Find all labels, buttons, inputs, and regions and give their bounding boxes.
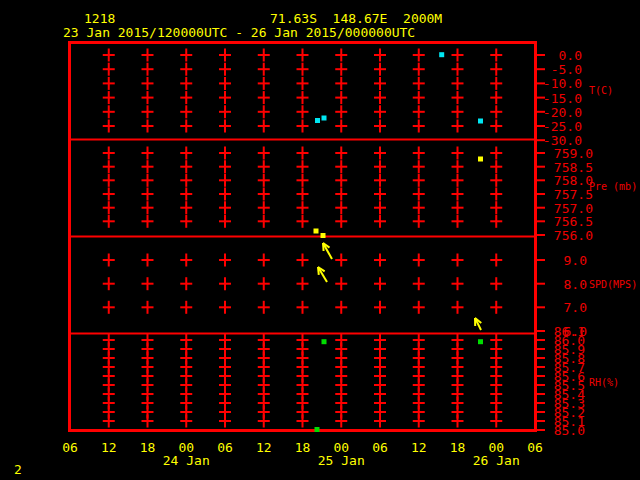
x-tick-label: 18 — [450, 441, 466, 454]
temperature-tick-label: -15.0 — [543, 91, 582, 104]
pressure-tick-label: 756.0 — [554, 229, 593, 242]
pressure-point — [321, 233, 326, 238]
wind-speed-tick-label: 8.0 — [564, 277, 587, 290]
x-tick-label: 18 — [295, 441, 311, 454]
wind-speed-tick-label: 9.0 — [564, 254, 587, 267]
temperature-point — [478, 119, 483, 124]
meteogram-page: { "header": { "station_id": "1218", "loc… — [0, 0, 640, 480]
relative-humidity-point — [478, 339, 483, 344]
pressure-tick-label: 759.0 — [554, 147, 593, 160]
pressure-tick-label: 757.0 — [554, 201, 593, 214]
date-label: 24 Jan — [163, 454, 210, 467]
pressure-tick-label: 756.5 — [554, 215, 593, 228]
temperature-tick-label: -5.0 — [551, 63, 582, 76]
wind-speed-tick-label: 7.0 — [564, 301, 587, 314]
x-tick-label: 12 — [101, 441, 117, 454]
date-label: 26 Jan — [473, 454, 520, 467]
temperature-tick-label: -10.0 — [543, 77, 582, 90]
temperature-point — [439, 52, 444, 57]
pressure-tick-label: 758.5 — [554, 160, 593, 173]
wind-speed-unit-label: SPD(MPS) — [589, 280, 637, 290]
x-tick-label: 06 — [527, 441, 543, 454]
relative-humidity-point — [315, 427, 320, 432]
pressure-tick-label: 757.5 — [554, 188, 593, 201]
relative-humidity-tick-label: 85.0 — [554, 424, 585, 437]
x-tick-label: 12 — [411, 441, 427, 454]
temperature-tick-label: -20.0 — [543, 105, 582, 118]
x-tick-label: 06 — [62, 441, 78, 454]
x-tick-label: 12 — [256, 441, 272, 454]
x-tick-label: 06 — [372, 441, 388, 454]
pressure-tick-label: 758.0 — [554, 174, 593, 187]
temperature-point — [315, 118, 320, 123]
x-tick-label: 06 — [217, 441, 233, 454]
x-tick-label: 18 — [140, 441, 156, 454]
meteogram-plot — [0, 0, 640, 480]
relative-humidity-point — [322, 339, 327, 344]
pressure-unit-label: Pre (mb) — [589, 182, 637, 192]
temperature-tick-label: 0.0 — [559, 49, 582, 62]
temperature-point — [322, 116, 327, 121]
date-label: 25 Jan — [318, 454, 365, 467]
pressure-point — [478, 157, 483, 162]
relative-humidity-unit-label: RH(%) — [589, 378, 619, 388]
pressure-point — [314, 229, 319, 234]
temperature-unit-label: T(C) — [589, 86, 613, 96]
temperature-tick-label: -25.0 — [543, 120, 582, 133]
